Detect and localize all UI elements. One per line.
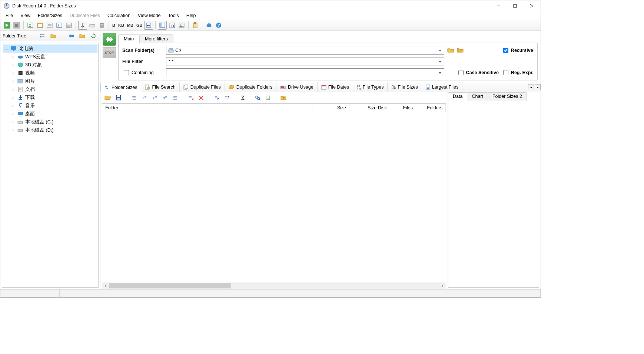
- export-excel-icon[interactable]: X: [26, 21, 35, 30]
- tree-node[interactable]: ›WPS云盘: [3, 53, 97, 61]
- tree-node[interactable]: ›文档: [3, 85, 97, 93]
- export-xml-icon[interactable]: [55, 21, 64, 30]
- menu-calculation[interactable]: Calculation: [104, 12, 134, 19]
- maximize-button[interactable]: [507, 1, 523, 11]
- mod-tab-drive-usage[interactable]: Drive Usage: [276, 82, 318, 92]
- menu-foldersizes[interactable]: FolderSizes: [34, 12, 66, 19]
- grid-body[interactable]: ◂ ▸: [102, 112, 446, 289]
- find-icon[interactable]: [253, 93, 262, 102]
- tree-node[interactable]: ›视频: [3, 69, 97, 77]
- browse-folder-icon[interactable]: [447, 47, 454, 53]
- tree-node[interactable]: ›图片: [3, 77, 97, 85]
- containing-field[interactable]: ▾: [166, 68, 444, 77]
- tree-level1-icon[interactable]: 1: [140, 93, 149, 102]
- side-tab-data[interactable]: Data: [448, 92, 467, 101]
- delete-icon[interactable]: [97, 21, 106, 30]
- col-folders[interactable]: Folders: [416, 104, 446, 112]
- tab-scroll-left[interactable]: ◂: [528, 84, 534, 90]
- menu-view-mode[interactable]: View Mode: [134, 12, 165, 19]
- tree-level3-icon[interactable]: 3: [160, 93, 169, 102]
- tree-collapse-all-icon[interactable]: [129, 93, 138, 102]
- col-size-disk[interactable]: Size Disk: [349, 104, 390, 112]
- tree-node[interactable]: ›本地磁盘 (C:): [3, 118, 97, 126]
- tree-node[interactable]: ›下载: [3, 93, 97, 102]
- tree-back-icon[interactable]: [67, 32, 76, 40]
- menu-tools[interactable]: Tools: [164, 12, 182, 19]
- mod-tab-file-types[interactable]: txtlogFile Types: [353, 82, 388, 92]
- tree-node[interactable]: ›音乐: [3, 102, 97, 110]
- regex-checkbox[interactable]: Reg. Expr.: [502, 69, 534, 76]
- settings-icon[interactable]: [205, 21, 213, 30]
- file-filter-field[interactable]: ▾: [166, 57, 444, 66]
- panel-layout-icon[interactable]: [158, 21, 167, 30]
- horizontal-scrollbar[interactable]: ◂ ▸: [102, 282, 446, 289]
- tree-node[interactable]: ›3D 对象: [3, 61, 97, 69]
- chevron-down-icon[interactable]: ▾: [438, 60, 442, 64]
- help-grid-icon[interactable]: ?: [279, 93, 288, 102]
- remove-selected-icon[interactable]: [186, 93, 195, 102]
- tab-main[interactable]: Main: [118, 34, 139, 43]
- col-folder[interactable]: Folder: [102, 104, 312, 112]
- mod-tab-largest-files[interactable]: Largest Files: [422, 82, 463, 92]
- unit-bytes[interactable]: B: [111, 21, 116, 30]
- tree-refresh-icon[interactable]: [89, 32, 98, 40]
- refresh-grid-icon[interactable]: [263, 93, 272, 102]
- col-files[interactable]: Files: [390, 104, 416, 112]
- indent-export-icon[interactable]: [223, 93, 232, 102]
- save-icon[interactable]: [114, 93, 123, 102]
- expand-height-icon[interactable]: [78, 21, 87, 30]
- col-size[interactable]: Size: [312, 104, 349, 112]
- remove-all-icon[interactable]: [197, 93, 206, 102]
- mod-tab-duplicate-folders[interactable]: Duplicate Folders: [225, 82, 276, 92]
- menu-file[interactable]: File: [2, 12, 17, 19]
- mod-tab-file-dates[interactable]: File Dates: [318, 82, 353, 92]
- drive-icon[interactable]: [88, 21, 97, 30]
- export-csv-icon[interactable]: [45, 21, 54, 30]
- unit-kb[interactable]: KB: [117, 21, 125, 30]
- side-tab-folder-sizes-2[interactable]: Folder Sizes 2: [488, 92, 527, 101]
- case-sensitive-checkbox[interactable]: Case Sensitive: [457, 69, 499, 76]
- unit-auto-icon[interactable]: [144, 21, 153, 30]
- scan-go-button[interactable]: [103, 33, 116, 46]
- tree-open-folder-icon[interactable]: [49, 32, 58, 40]
- export-html-icon[interactable]: [36, 21, 44, 30]
- scan-folders-field[interactable]: C:\ ▾: [166, 46, 444, 55]
- recursive-checkbox[interactable]: Recursive: [502, 47, 534, 54]
- tree-node[interactable]: ›本地磁盘 (D:): [3, 126, 97, 134]
- close-button[interactable]: [523, 1, 540, 11]
- scroll-thumb[interactable]: [109, 283, 231, 288]
- unit-gb[interactable]: GB: [135, 21, 144, 30]
- sigma-icon[interactable]: [238, 93, 247, 102]
- mod-tab-duplicate-files[interactable]: Duplicate Files: [180, 82, 225, 92]
- minimize-button[interactable]: [490, 1, 507, 11]
- preview-icon[interactable]: [167, 21, 176, 30]
- chevron-down-icon[interactable]: ▾: [438, 71, 442, 75]
- tab-more-filters[interactable]: More filters: [139, 34, 173, 43]
- mod-tab-folder-sizes[interactable]: Folder Sizes: [100, 83, 141, 92]
- image-view-icon[interactable]: [177, 21, 186, 30]
- tree-expand-all-icon[interactable]: [171, 93, 180, 102]
- help-icon[interactable]: ?: [214, 21, 223, 30]
- go-icon[interactable]: [3, 21, 11, 30]
- tree-node[interactable]: ›桌面: [3, 110, 97, 118]
- open-folder-icon[interactable]: [103, 93, 112, 102]
- chevron-down-icon[interactable]: ▾: [438, 49, 442, 53]
- file-filter-input[interactable]: [168, 59, 436, 64]
- tree-node-this-pc[interactable]: ⌄ 此电脑: [3, 44, 97, 53]
- add-folder-icon[interactable]: [457, 47, 464, 53]
- mod-tab-file-search[interactable]: File Search: [141, 82, 179, 92]
- side-tab-chart[interactable]: Chart: [467, 92, 488, 101]
- scan-stop-button[interactable]: STOP: [103, 47, 116, 58]
- tree-level2-icon[interactable]: 2: [150, 93, 159, 102]
- tree-goto-folder-icon[interactable]: [78, 32, 87, 40]
- stop-toolbar-icon[interactable]: [12, 21, 21, 30]
- scroll-left-icon[interactable]: ◂: [102, 282, 109, 289]
- mod-tab-file-sizes[interactable]: KBMBFile Sizes: [388, 82, 422, 92]
- containing-input[interactable]: [168, 70, 436, 76]
- export-txt-icon[interactable]: [64, 21, 73, 30]
- menu-help[interactable]: Help: [183, 12, 200, 19]
- tree-list-icon[interactable]: [38, 32, 47, 40]
- scroll-right-icon[interactable]: ▸: [439, 282, 446, 289]
- folder-tree[interactable]: ⌄ 此电脑 ›WPS云盘 ›3D 对象 ›视频 ›图片 ›文档 ›下载 ›音乐 …: [2, 43, 99, 288]
- menu-view[interactable]: View: [17, 12, 34, 19]
